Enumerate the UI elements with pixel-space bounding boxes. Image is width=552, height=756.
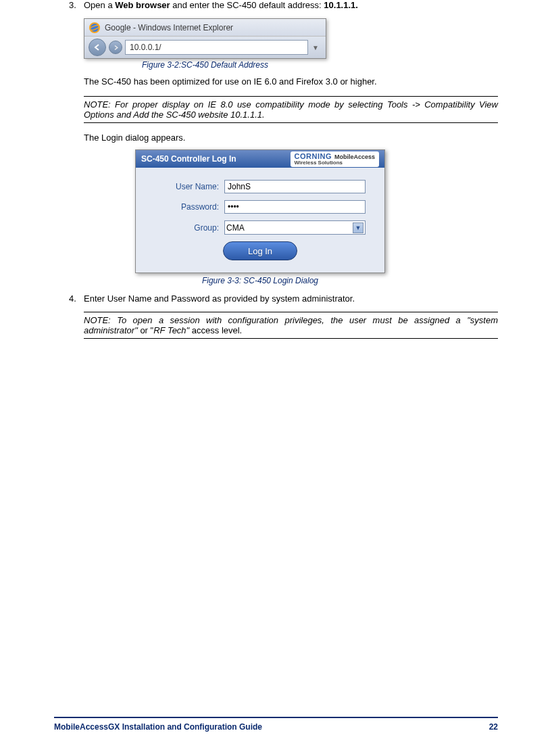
login-title-text: SC-450 Controller Log In bbox=[141, 154, 236, 164]
login-dialog: SC-450 Controller Log In CORNING MobileA… bbox=[135, 149, 385, 273]
footer-title: MobileAccessGX Installation and Configur… bbox=[54, 722, 262, 732]
username-input[interactable] bbox=[224, 180, 366, 193]
step-4: 4. Enter User Name and Password as provi… bbox=[69, 293, 498, 304]
password-row: Password: bbox=[155, 200, 366, 214]
page-footer: MobileAccessGX Installation and Configur… bbox=[54, 717, 498, 732]
back-button[interactable] bbox=[89, 39, 106, 56]
note-2: NOTE: To open a session with configurati… bbox=[84, 312, 498, 339]
browser-title-text: Google - Windows Internet Explorer bbox=[105, 23, 233, 32]
login-intro-text: The Login dialog appears. bbox=[84, 133, 498, 143]
figure-2-caption: Figure 3-3: SC-450 Login Dialog bbox=[135, 276, 385, 285]
login-button[interactable]: Log In bbox=[223, 241, 297, 260]
browser-navbar: 10.0.0.1/ ▼ bbox=[84, 37, 326, 58]
forward-button[interactable] bbox=[109, 41, 122, 54]
group-select[interactable]: CMA ▼ bbox=[224, 220, 366, 235]
group-value: CMA bbox=[226, 223, 245, 233]
note-1: NOTE: For proper display on IE 8.0 use c… bbox=[84, 96, 498, 123]
browser-screenshot: Google - Windows Internet Explorer 10.0.… bbox=[84, 18, 498, 59]
footer-page-number: 22 bbox=[489, 722, 498, 732]
step-3-text: Open a Web browser and enter the SC-450 … bbox=[84, 0, 358, 10]
address-bar[interactable]: 10.0.0.1/ bbox=[125, 40, 308, 55]
step-3: 3. Open a Web browser and enter the SC-4… bbox=[69, 0, 498, 10]
address-url: 10.0.0.1/ bbox=[130, 43, 161, 52]
password-input[interactable] bbox=[224, 200, 366, 214]
step-4-text: Enter User Name and Password as provided… bbox=[84, 293, 355, 304]
login-titlebar: SC-450 Controller Log In CORNING MobileA… bbox=[136, 150, 384, 168]
username-label: User Name: bbox=[155, 182, 219, 191]
figure-1-caption: Figure 3-2:SC-450 Default Address bbox=[84, 60, 326, 70]
paragraph-optimized: The SC-450 has been optimized for use on… bbox=[84, 76, 498, 87]
ie-icon bbox=[89, 22, 101, 34]
chevron-down-icon: ▼ bbox=[353, 222, 363, 233]
browser-titlebar: Google - Windows Internet Explorer bbox=[84, 19, 326, 37]
step-4-number: 4. bbox=[69, 293, 84, 304]
login-body: User Name: Password: Group: CMA ▼ L bbox=[136, 168, 384, 267]
corning-logo: CORNING MobileAccess Wireless Solutions bbox=[291, 151, 379, 167]
group-row: Group: CMA ▼ bbox=[155, 220, 366, 235]
login-screenshot: SC-450 Controller Log In CORNING MobileA… bbox=[135, 149, 385, 273]
address-dropdown-icon[interactable]: ▼ bbox=[312, 44, 322, 51]
username-row: User Name: bbox=[155, 180, 366, 193]
browser-window: Google - Windows Internet Explorer 10.0.… bbox=[84, 18, 326, 59]
group-label: Group: bbox=[155, 223, 219, 233]
password-label: Password: bbox=[155, 202, 219, 212]
step-3-number: 3. bbox=[69, 0, 84, 10]
